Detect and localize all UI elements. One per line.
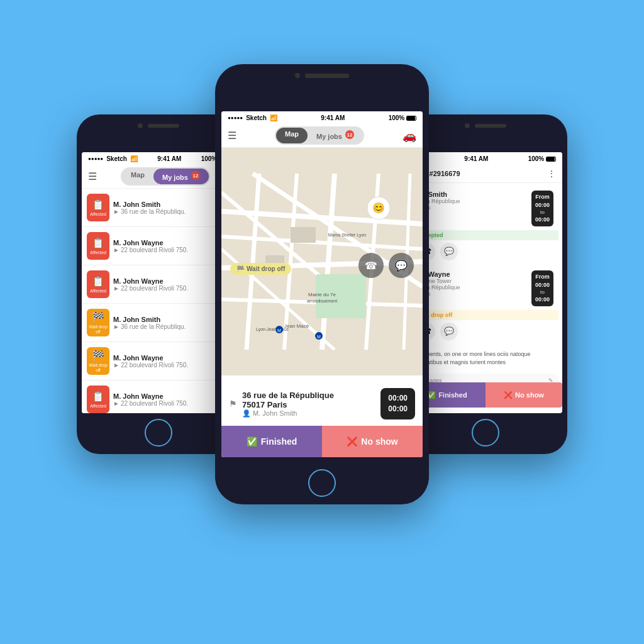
svg-text:Mama Shelter Lyon: Mama Shelter Lyon [328,233,367,238]
left-wifi-icon: 📶 [130,155,138,162]
left-notch [138,123,179,128]
left-home-button[interactable] [145,419,172,447]
center-bottom-panel: ⚑ 36 rue de la République 75017 Paris 👤 … [221,382,423,457]
left-screen: ●●●●● Sketch 📶 9:41 AM 100% ☰ Map My job… [82,152,235,413]
list-icon-affected: 📋 Affected [87,194,109,221]
right-header: Job #2916679 ⋮ [409,165,562,183]
call-button[interactable]: ☎ [358,253,384,278]
svg-text:😊: 😊 [372,202,385,214]
job-card-actions-2: ☎ 💬 [413,320,558,343]
to-label-2: to [535,289,550,296]
pin-icon: ► [113,362,119,369]
phone-center: ●●●●● Sketch 📶 9:41 AM 100% ☰ Map My job… [215,64,429,504]
noshow-icon: ❌ [347,436,357,447]
list-item-name: M. John Smith [113,201,230,208]
noshow-label: No show [361,436,397,447]
affected-label: Affected [90,289,106,294]
pin-icon: ► [113,400,119,407]
pin-icon: ► [113,247,119,253]
list-item-name: M. John Smith [113,316,230,323]
wait-label: Wait dropoff [89,325,108,334]
svg-text:Jean Macé: Jean Macé [284,323,309,329]
center-map-area: Mairie du 7e arrondissement Mama Shelter… [221,148,423,375]
wait-icon: 🏁 [92,350,104,362]
wait-label: Wait dropoff [89,363,108,372]
flag-icon: 🏁 [236,265,244,272]
list-item-text: M. John Wayne ► 22 boulevard Rivoli 750. [113,392,230,407]
center-wifi-icon: 📶 [270,114,277,121]
center-hamburger-icon[interactable]: ☰ [228,130,236,142]
job-status: Accepted [413,230,558,240]
right-battery: 100% [528,155,556,162]
svg-text:M: M [277,328,281,333]
list-item-addr: ► 22 boulevard Rivoli 750. [113,400,230,407]
left-tab-map[interactable]: Map [122,169,153,184]
center-status-bar: ●●●●● Sketch 📶 9:41 AM 100% [221,111,423,124]
left-hamburger-icon[interactable]: ☰ [88,170,97,182]
list-item-text: M. John Smith ► 36 rue de la Républiqu. [113,316,230,330]
left-tab-toggle: Map My jobs 12 [121,167,210,185]
job-addr1: de la République [418,198,528,204]
action-buttons: ✅ Finished ❌ No show [221,426,423,457]
right-noshow-button[interactable]: ❌ No show [486,382,562,408]
list-item[interactable]: 🏁 Wait dropoff M. John Smith ► 36 rue de… [82,304,235,342]
svg-rect-15 [291,227,316,243]
list-item-text: M. John Wayne ► 22 boulevard Rivoli 750. [113,354,230,369]
center-battery: 100% [389,114,416,121]
right-time: 9:41 AM [464,155,488,162]
message-button[interactable]: 💬 [389,253,414,278]
right-notch [465,123,506,128]
list-item[interactable]: 🏁 Wait dropoff M. John Wayne ► 22 boulev… [82,342,235,380]
affected-label: Affected [90,404,106,409]
finished-button[interactable]: ✅ Finished [221,426,322,457]
right-dot [465,123,470,128]
job-card-row: hn Smith de la République Paris From 00:… [413,187,558,230]
right-home-button[interactable] [472,419,499,447]
list-item[interactable]: 📋 Affected M. John Wayne ► 22 boulevard … [82,380,235,413]
job-name: hn Smith [418,191,528,198]
job-time: From 00:00 to 00:00 [531,191,553,226]
notes-area: omments, on one or more lines ociis nato… [413,347,558,370]
affected-icon: 📋 [92,199,104,211]
left-dot [138,123,143,128]
svg-text:arrondissement: arrondissement [307,299,337,303]
center-car-icon: 🚗 [402,129,416,143]
list-item[interactable]: 📋 Affected M. John Smith ► 36 rue de la … [82,189,235,227]
list-item[interactable]: 📋 Affected M. John Wayne ► 22 boulevard … [82,265,235,304]
center-signal: ●●●●● Sketch 📶 [228,114,277,121]
center-tab-map[interactable]: Map [276,128,308,143]
center-home-button[interactable] [308,469,336,497]
bottom-person: 👤 M. John Smith [242,409,375,418]
chat-icon[interactable]: 💬 [440,243,458,260]
notes-text: omments, on one or more lines ociis nato… [418,351,531,365]
bottom-address-line1: 36 rue de la République [242,391,375,400]
left-time: 9:41 AM [157,155,181,162]
list-icon-affected: 📋 Affected [87,386,109,413]
list-item-name: M. John Wayne [113,239,230,247]
wait-badge-label: Wait drop off [247,265,285,272]
center-badge: 12 [345,130,354,139]
wait-badge[interactable]: 🏁 Wait drop off [230,263,291,275]
center-tab-myjobs[interactable]: My jobs 12 [308,128,363,143]
right-finished-label: Finished [438,391,467,399]
right-speaker [475,124,506,128]
bottom-info-text: 36 rue de la République 75017 Paris 👤 M.… [242,391,375,418]
timer-box: 00:0000:00 [380,388,415,419]
noshow-button[interactable]: ❌ No show [322,426,423,457]
left-signal-dots: ●●●●● [88,156,103,162]
list-item[interactable]: 📋 Affected M. John Wayne ► 22 boulevard … [82,227,235,265]
left-tab-myjobs[interactable]: My jobs 12 [153,169,209,184]
svg-text:Mairie du 7e: Mairie du 7e [308,292,336,297]
right-noshow-label: No show [515,391,544,399]
job-company: Wayne Tower [418,278,528,284]
flag-marker: ⚑ [229,399,237,409]
job-card-row-2: hn Wayne Wayne Tower de la République Pa… [413,267,558,310]
phones-container: ●●●●● Sketch 📶 9:41 AM 100% ☰ Map My job… [77,64,567,580]
job-time-2: From 00:00 to 00:00 [531,270,553,306]
right-screen: 📶 9:41 AM 100% Job #2916679 ⋮ hn Smith d… [409,152,562,413]
job-card-actions: ☎ 💬 [413,240,558,263]
person-icon: 👤 [242,409,251,418]
center-carrier: Sketch [246,114,267,121]
more-options-icon[interactable]: ⋮ [547,169,556,179]
chat-icon-2[interactable]: 💬 [440,323,458,340]
